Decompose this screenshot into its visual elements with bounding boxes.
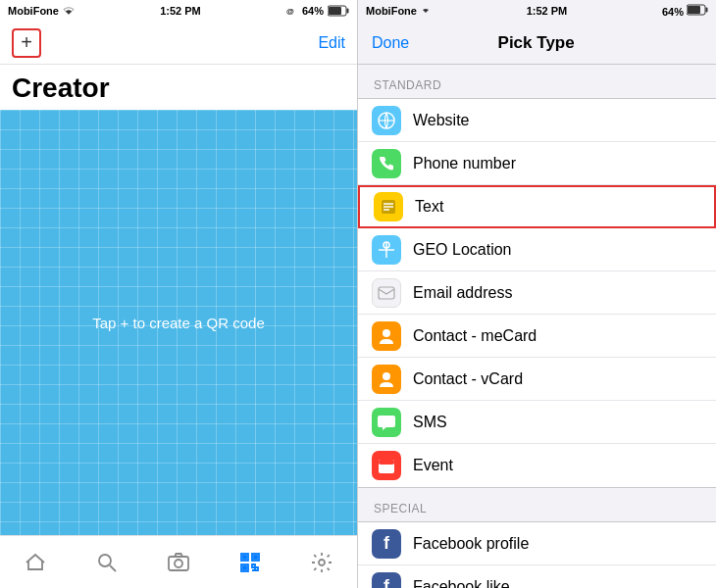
list-item-email[interactable]: Email address: [358, 271, 716, 315]
text-label: Text: [415, 198, 443, 216]
svg-point-27: [383, 372, 390, 380]
event-label: Event: [413, 457, 453, 474]
sms-label: SMS: [413, 414, 447, 431]
list-item-contact-v[interactable]: Contact - vCard: [358, 358, 716, 401]
right-battery-icon: [687, 4, 708, 16]
left-time: 1:52 PM: [160, 5, 201, 17]
list-item-contact-me[interactable]: Contact - meCard: [358, 315, 716, 358]
svg-rect-17: [688, 6, 700, 14]
facebook-like-icon: f: [372, 572, 401, 589]
add-button[interactable]: +: [12, 28, 41, 58]
pick-type-title: Pick Type: [498, 33, 575, 53]
right-carrier-info: MobiFone: [366, 5, 432, 17]
website-icon: [372, 106, 401, 135]
svg-point-4: [99, 555, 111, 566]
phone-icon: [372, 149, 401, 178]
email-label: Email address: [413, 284, 512, 302]
svg-line-5: [110, 565, 116, 571]
svg-point-7: [175, 560, 182, 567]
left-status-bar: MobiFone 1:52 PM @ 64%: [0, 0, 357, 22]
list-item-event[interactable]: Event: [358, 444, 716, 487]
email-icon: [372, 278, 401, 308]
contact-me-label: Contact - meCard: [413, 327, 537, 345]
done-button[interactable]: Done: [372, 34, 409, 52]
list-item-fb-like[interactable]: f Facebook like: [358, 565, 716, 588]
list-item-sms[interactable]: SMS: [358, 401, 716, 444]
right-time: 1:52 PM: [527, 5, 568, 17]
contact-me-icon: [372, 321, 401, 351]
right-wifi-icon: [420, 5, 432, 15]
tab-qr[interactable]: [236, 549, 264, 576]
list-item-phone[interactable]: Phone number: [358, 142, 716, 185]
tab-home[interactable]: [22, 549, 49, 576]
svg-rect-29: [379, 460, 394, 465]
left-location-icon: @: [286, 7, 298, 15]
contact-v-icon: [372, 365, 401, 394]
right-nav-bar: Done Pick Type: [358, 22, 716, 65]
svg-rect-11: [243, 556, 246, 559]
standard-section: Website Phone number: [358, 98, 716, 488]
geo-icon: [372, 235, 401, 265]
section-header-standard: STANDARD: [358, 65, 716, 98]
event-icon: [372, 451, 401, 480]
type-list: STANDARD Website: [358, 65, 716, 588]
list-item-text[interactable]: Text: [358, 185, 716, 228]
left-battery-info: @ 64%: [286, 5, 349, 17]
left-nav-bar: + Edit: [0, 22, 357, 65]
list-item-geo[interactable]: GEO Location: [358, 228, 716, 271]
special-section: f Facebook profile f Facebook like Twitt…: [358, 521, 716, 588]
list-item-fb-profile[interactable]: f Facebook profile: [358, 522, 716, 565]
left-carrier-info: MobiFone: [8, 5, 75, 17]
canvas-hint: Tap + to create a QR code: [92, 315, 265, 331]
right-battery: 64%: [662, 6, 684, 18]
bottom-tab-bar: [0, 535, 357, 588]
page-title: Creator: [0, 65, 357, 110]
svg-rect-16: [705, 8, 707, 13]
section-header-special: SPECIAL: [358, 488, 716, 521]
right-status-bar: MobiFone 1:52 PM 64%: [358, 0, 716, 22]
website-label: Website: [413, 112, 470, 129]
canvas-area: Tap + to create a QR code: [0, 110, 357, 535]
svg-point-26: [383, 329, 390, 337]
tab-search[interactable]: [93, 549, 121, 576]
svg-rect-6: [169, 557, 188, 570]
sms-icon: [372, 408, 401, 437]
fb-like-label: Facebook like: [413, 578, 510, 589]
svg-rect-12: [254, 556, 257, 559]
right-carrier: MobiFone: [366, 5, 417, 17]
svg-rect-25: [379, 287, 394, 299]
edit-button[interactable]: Edit: [318, 34, 345, 52]
left-battery-icon: [328, 5, 349, 17]
svg-rect-3: [329, 7, 341, 15]
wifi-icon: [63, 6, 75, 16]
fb-profile-label: Facebook profile: [413, 535, 529, 553]
svg-rect-2: [346, 9, 348, 14]
tab-settings[interactable]: [308, 549, 335, 576]
left-carrier: MobiFone: [8, 5, 59, 17]
phone-label: Phone number: [413, 155, 516, 172]
svg-point-14: [319, 560, 325, 565]
tab-camera[interactable]: [165, 549, 192, 576]
geo-label: GEO Location: [413, 241, 512, 259]
facebook-profile-icon: f: [372, 529, 401, 559]
svg-rect-13: [243, 566, 246, 569]
text-icon: [374, 192, 403, 221]
svg-text:@: @: [286, 7, 294, 15]
left-panel: MobiFone 1:52 PM @ 64% + Edit Creator: [0, 0, 358, 588]
contact-v-label: Contact - vCard: [413, 370, 523, 388]
list-item-website[interactable]: Website: [358, 99, 716, 142]
right-battery-info: 64%: [662, 4, 708, 18]
left-battery: 64%: [302, 5, 324, 17]
right-panel: MobiFone 1:52 PM 64% Done Pick Type STAN…: [358, 0, 716, 588]
